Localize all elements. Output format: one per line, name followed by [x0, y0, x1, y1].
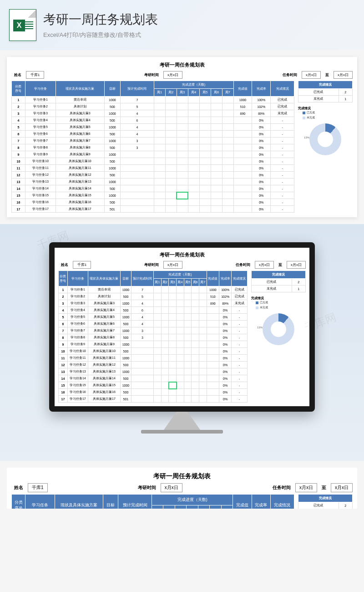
label-name: 姓名	[11, 71, 24, 78]
th-week: 周6	[210, 505, 221, 509]
spreadsheet-preview-top: 考研一周任务规划表 姓名 千库1 考研时间 x月x日 任务时间 x月x日 至 x…	[7, 57, 357, 217]
table-row[interactable]: 15学习任务15具体实施方案1510000%-	[12, 192, 294, 199]
value-examtime[interactable]: x月x日	[163, 71, 182, 79]
table-row[interactable]: 5学习任务5具体实施方案5100040%-	[59, 314, 248, 321]
label-tasktime: 任务时间	[233, 261, 253, 268]
table-row[interactable]: 11学习任务11具体实施方案1110000%-	[12, 165, 294, 172]
chart-title: 完成情况	[298, 106, 353, 111]
sheet-title: 考研一周任务规划表	[58, 251, 306, 258]
hero-banner: 考研一周任务规划表 Excel/A4打印/内容随意修改/自带格式	[0, 0, 364, 50]
table-row[interactable]: 1学习任务1英语单词100071000100%已完成	[59, 286, 248, 293]
label-tasktime: 任务时间	[270, 484, 293, 492]
monitor-mockup-section: 千库网 千库网 考研一周任务规划表 姓名 千库1 考研时间 x月x日 任务时间 …	[0, 224, 364, 461]
th-week: 周2	[165, 89, 177, 97]
table-row[interactable]: 2学习任务2具体计划5005510102%已完成	[12, 103, 294, 110]
th-donerate: 完成率	[252, 495, 270, 509]
table-row[interactable]: 16学习任务16具体实施方案165000%-	[59, 389, 248, 396]
table-row[interactable]: 13学习任务13具体实施方案1310000%-	[59, 368, 248, 375]
summary-header: 完成情况	[298, 495, 353, 502]
th-category: 分类序号	[12, 81, 25, 97]
value-to[interactable]: x月x日	[331, 483, 353, 492]
th-week: 周5	[184, 279, 192, 286]
label-examtime: 考研时间	[135, 484, 159, 492]
th-week: 周6	[211, 89, 222, 97]
table-row[interactable]: 16学习任务16具体实施方案165000%-	[12, 199, 294, 206]
table-row[interactable]: 8学习任务8具体实施方案850030%-	[12, 144, 294, 151]
th-week: 周5	[199, 89, 211, 97]
side-panel: 完成情况 已完成2 未完成1 完成情况 已完成 未完成 13%	[298, 494, 353, 509]
value-from[interactable]: x月x日	[302, 71, 321, 79]
th-progress: 完成进度（天数)	[154, 271, 207, 279]
th-donerate: 完成率	[219, 271, 232, 286]
chart-legend: 已完成 未完成	[303, 111, 353, 120]
table-row[interactable]: 15学习任务15具体实施方案1510000%-	[59, 382, 248, 389]
value-name[interactable]: 千库1	[28, 483, 48, 492]
table-row[interactable]: 12学习任务12具体实施方案125000%-	[12, 172, 294, 179]
th-target: 目标	[104, 81, 120, 97]
info-row: 姓名 千库1 考研时间 x月x日 任务时间 x月x日 至 x月x日	[11, 71, 353, 79]
value-name[interactable]: 千库1	[73, 261, 91, 269]
value-to[interactable]: x月x日	[287, 261, 306, 269]
value-from[interactable]: x月x日	[255, 261, 274, 269]
excel-file-icon	[9, 9, 36, 41]
table-row[interactable]: 4学习任务4具体实施方案450060%-	[59, 307, 248, 314]
table-row[interactable]: 14学习任务14具体实施方案145000%-	[12, 185, 294, 192]
th-plan: 现状及具体实施方案	[55, 495, 103, 509]
th-week: 周1	[154, 279, 162, 286]
th-task: 学习任务	[25, 495, 55, 509]
table-row[interactable]: 11学习任务11具体实施方案1110000%-	[59, 355, 248, 362]
th-progress: 完成进度（天数)	[152, 495, 233, 505]
table-row[interactable]: 9学习任务9具体实施方案910000%-	[12, 151, 294, 158]
label-to: 至	[276, 261, 285, 268]
table-row[interactable]: 3学习任务3具体实施方案31000489089%未完成	[59, 300, 248, 307]
table-row[interactable]: 13学习任务13具体实施方案1310000%-	[12, 179, 294, 185]
th-status: 完成情况	[270, 495, 294, 509]
table-row[interactable]: 8学习任务8具体实施方案850030%-	[59, 334, 248, 341]
value-examtime[interactable]: x月x日	[163, 261, 182, 269]
summary-table: 完成情况 已完成2 未完成1	[251, 270, 306, 292]
th-week: 周3	[175, 505, 186, 509]
th-target: 目标	[121, 271, 131, 286]
th-week: 周7	[199, 279, 207, 286]
table-row[interactable]: 5学习任务5具体实施方案5100040%-	[12, 124, 294, 131]
th-target: 目标	[103, 495, 118, 509]
table-row[interactable]: 6学习任务6具体实施方案650040%-	[12, 131, 294, 138]
table-row[interactable]: 2学习任务2具体计划5005510102%已完成	[59, 293, 248, 300]
table-row[interactable]: 6学习任务6具体实施方案650040%-	[59, 321, 248, 327]
th-week: 周7	[222, 89, 233, 97]
th-donerate: 完成率	[252, 81, 271, 97]
th-week: 周1	[152, 505, 163, 509]
sheet-title: 考研一周任务规划表	[11, 472, 353, 480]
table-row[interactable]: 4学习任务4具体实施方案450060%-	[12, 117, 294, 124]
table-row[interactable]: 10学习任务10具体实施方案105000%-	[12, 158, 294, 165]
table-row[interactable]: 17学习任务17具体实施方案175010%-	[12, 206, 294, 213]
table-row[interactable]: 1学习任务1英语单词100071000100%已完成	[12, 97, 294, 103]
th-week: 周4	[187, 505, 198, 509]
value-to[interactable]: x月x日	[334, 71, 353, 79]
sheet-title: 考研一周任务规划表	[11, 61, 353, 68]
donut-percent: 13%	[304, 136, 309, 139]
main-table: 分类序号 学习任务 现状及具体实施方案 目标 预计完成时间 完成进度（天数) 完…	[58, 270, 248, 403]
table-row[interactable]: 17学习任务17具体实施方案175010%-	[59, 396, 248, 403]
th-week: 周6	[192, 279, 199, 286]
label-examtime: 考研时间	[142, 261, 162, 268]
th-week: 周2	[161, 279, 169, 286]
table-row[interactable]: 14学习任务14具体实施方案145000%-	[59, 375, 248, 382]
th-week: 周3	[169, 279, 177, 286]
value-from[interactable]: x月x日	[295, 483, 317, 492]
table-row[interactable]: 7学习任务7具体实施方案7100030%-	[12, 138, 294, 144]
th-task: 学习任务	[25, 81, 56, 97]
th-doneval: 完成值	[207, 271, 219, 286]
value-name[interactable]: 千库1	[26, 71, 44, 79]
th-week: 周5	[198, 505, 209, 509]
table-row[interactable]: 9学习任务9具体实施方案910000%-	[59, 341, 248, 348]
page-title: 考研一周任务规划表	[43, 11, 158, 28]
value-examtime[interactable]: x月x日	[161, 483, 182, 492]
table-row[interactable]: 3学习任务3具体实施方案31000489089%未完成	[12, 110, 294, 117]
table-row[interactable]: 12学习任务12具体实施方案125000%-	[59, 362, 248, 368]
table-row[interactable]: 10学习任务10具体实施方案105000%-	[59, 348, 248, 355]
th-task: 学习任务	[67, 271, 88, 286]
table-row[interactable]: 7学习任务7具体实施方案7100030%-	[59, 327, 248, 334]
th-est: 预计完成时间	[118, 495, 152, 509]
monitor-screen: 考研一周任务规划表 姓名 千库1 考研时间 x月x日 任务时间 x月x日 至 x…	[55, 248, 309, 406]
